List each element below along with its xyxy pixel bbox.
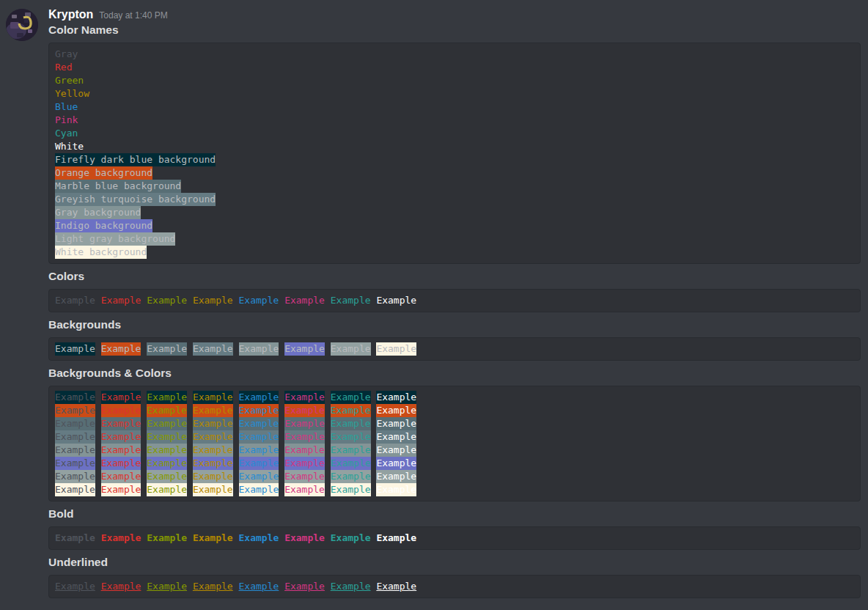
code-block-color-names: GrayRedGreenYellowBluePinkCyanWhiteFiref… [48,43,861,264]
ansi-text: Gray [55,48,78,61]
ansi-text: Example [284,430,325,444]
ansi-text: Example [239,444,279,457]
ansi-line: Example Example Example Example Example … [55,404,854,417]
ansi-text: Example [376,294,416,307]
ansi-text: Example [284,404,325,417]
ansi-text: Example [147,483,187,496]
ansi-text: Example [55,470,95,483]
ansi-text: Pink [55,114,78,127]
ansi-text: Example [193,294,233,307]
section-title-backgrounds-colors: Backgrounds & Colors [48,367,861,379]
ansi-text: Example [147,417,187,430]
ansi-text: Example [101,404,141,417]
ansi-text: Example [239,483,279,496]
ansi-text: Example [284,417,325,430]
ansi-text: Example [376,342,416,356]
ansi-text: Example [193,417,233,430]
user-avatar[interactable] [6,9,38,41]
ansi-text: Example [101,444,141,457]
ansi-text: Example [193,404,233,417]
ansi-text: Example [239,470,279,483]
ansi-line: Gray [55,48,854,61]
ansi-text: Example [147,580,187,593]
ansi-text: Example [147,391,187,404]
ansi-text: Example [284,391,325,404]
ansi-text: Example [284,444,325,457]
ansi-text: Example [331,342,371,356]
ansi-text: Example [55,430,95,444]
ansi-text: Example [239,417,279,430]
avatar-image [6,9,38,41]
ansi-text: Example [147,444,187,457]
ansi-text: Example [55,444,95,457]
ansi-text: Example [101,470,141,483]
section-title-colors: Colors [48,271,861,282]
ansi-text: Example [147,404,187,417]
ansi-text: Example [284,532,325,545]
ansi-text: Example [284,580,325,593]
ansi-text: Example [376,483,416,496]
ansi-text: Example [331,404,371,417]
ansi-text: Example [101,391,141,404]
section-title-underlined: Underlined [48,556,861,568]
ansi-text: Cyan [55,127,78,140]
ansi-text: Example [147,342,187,356]
ansi-line: Orange background [55,166,854,180]
code-block-underlined: Example Example Example Example Example … [48,575,861,598]
ansi-text: Green [55,74,84,87]
ansi-text: Greyish turquoise background [55,193,216,206]
ansi-text: Example [55,580,95,593]
ansi-line: White background [55,246,854,259]
ansi-text: Example [193,532,233,545]
ansi-line: Example Example Example Example Example … [55,417,854,430]
ansi-text: Indigo background [55,219,152,232]
ansi-text: Example [376,404,416,417]
ansi-text: Example [147,470,187,483]
ansi-text: Example [284,470,325,483]
ansi-text: White background [55,246,147,259]
ansi-text: Example [331,430,371,444]
ansi-text: Example [101,532,141,545]
ansi-line: Red [55,61,854,74]
ansi-text: Example [284,294,325,307]
section-title-backgrounds: Backgrounds [48,319,861,331]
ansi-text: Example [147,294,187,307]
ansi-line: Pink [55,114,854,127]
ansi-text: Example [331,391,371,404]
ansi-text: Example [193,342,233,356]
ansi-text: Example [284,483,325,496]
ansi-line: Example Example Example Example Example … [55,580,854,593]
ansi-line: Marble blue background [55,180,854,193]
ansi-line: Greyish turquoise background [55,193,854,206]
section-title-bold: Bold [48,508,861,520]
ansi-text: Example [331,580,371,593]
ansi-text: Example [239,294,279,307]
ansi-text: Example [55,457,95,470]
ansi-text: Example [55,417,95,430]
ansi-text: Example [239,532,279,545]
message-timestamp: Today at 1:40 PM [99,8,167,23]
ansi-line: White [55,140,854,153]
ansi-text: Blue [55,100,78,114]
ansi-text: Example [376,532,416,545]
ansi-line: Example Example Example Example Example … [55,457,854,470]
ansi-text: Yellow [55,87,89,100]
ansi-line: Cyan [55,127,854,140]
ansi-text: Example [376,444,416,457]
ansi-text: Example [376,457,416,470]
ansi-text: Example [239,457,279,470]
ansi-text: White [55,140,84,153]
ansi-text: Example [376,391,416,404]
ansi-line: Gray background [55,206,854,219]
ansi-text: Example [376,580,416,593]
username[interactable]: Krypton [48,7,93,22]
ansi-text: Gray background [55,206,141,219]
ansi-text: Red [55,61,72,74]
ansi-line: Example Example Example Example Example … [55,444,854,457]
ansi-line: Example Example Example Example Example … [55,532,854,545]
ansi-text: Example [55,342,95,356]
ansi-text: Example [193,430,233,444]
ansi-text: Light gray background [55,232,175,246]
ansi-text: Example [331,457,371,470]
ansi-text: Example [331,532,371,545]
